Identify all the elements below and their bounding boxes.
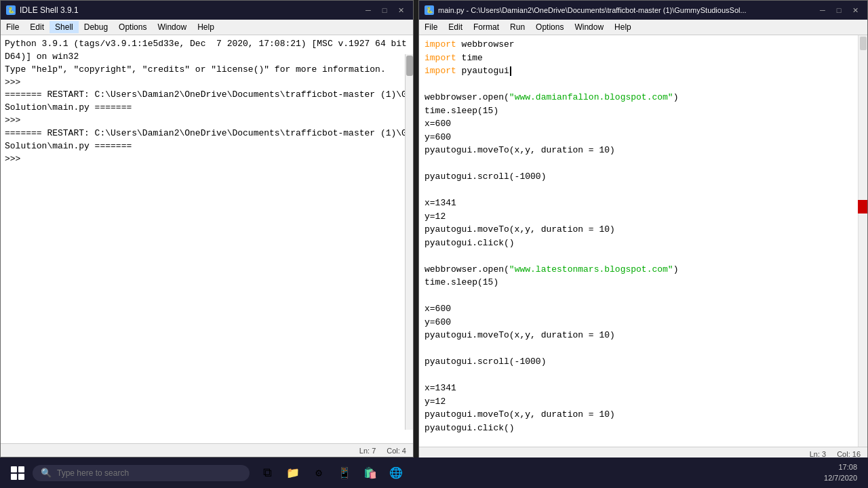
- taskbar-pinned-items: ⧉ 📁 ⚙ 📱 🛍️ 🌐: [255, 461, 408, 485]
- editor-window-controls: ─ □ ✕: [816, 5, 862, 16]
- editor-titlebar-left: 🐍 main.py - C:\Users\Damian2\OneDrive\Do…: [425, 5, 747, 15]
- windows-logo: [11, 466, 24, 480]
- editor-titlebar: 🐍 main.py - C:\Users\Damian2\OneDrive\Do…: [419, 1, 867, 20]
- editor-col: Col: 16: [837, 450, 861, 458]
- editor-menu-edit[interactable]: Edit: [443, 21, 468, 33]
- editor-menubar: File Edit Format Run Options Window Help: [419, 20, 867, 35]
- editor-scroll-thumb[interactable]: [860, 37, 867, 50]
- taskbar-search[interactable]: 🔍: [33, 465, 250, 481]
- editor-minimize-button[interactable]: ─: [816, 5, 829, 16]
- code-line-2: import: [425, 53, 456, 63]
- menu-edit[interactable]: Edit: [24, 21, 50, 33]
- code-line-1b: webbrowser: [456, 39, 515, 49]
- store-taskbar[interactable]: 🛍️: [358, 461, 382, 485]
- editor-menu-file[interactable]: File: [419, 21, 443, 33]
- editor-maximize-button[interactable]: □: [832, 5, 846, 16]
- menu-file[interactable]: File: [1, 21, 24, 33]
- error-mark: [858, 200, 867, 214]
- code-line-4c: ) time.sleep(15) x=600 y=600 pyautogui.m…: [425, 92, 678, 274]
- clock-date: 12/7/2020: [824, 473, 857, 483]
- titlebar-left: 🐍 IDLE Shell 3.9.1: [6, 5, 79, 15]
- editor-icon: 🐍: [425, 5, 434, 15]
- editor-content-area[interactable]: import webbrowser import time import pya…: [419, 35, 867, 447]
- editor-menu-format[interactable]: Format: [468, 21, 505, 33]
- code-line-1: import: [425, 39, 456, 49]
- minimize-button[interactable]: ─: [361, 5, 375, 16]
- editor-ln: Ln: 3: [810, 450, 826, 458]
- code-line-2b: time: [456, 53, 483, 63]
- idle-title: IDLE Shell 3.9.1: [20, 5, 79, 15]
- menu-debug[interactable]: Debug: [79, 21, 113, 33]
- maximize-button[interactable]: □: [378, 5, 391, 16]
- menu-window[interactable]: Window: [152, 21, 192, 33]
- taskbar-right-area: 17:08 12/7/2020: [824, 462, 863, 483]
- editor-menu-options[interactable]: Options: [530, 21, 569, 33]
- idle-ln: Ln: 7: [359, 447, 376, 455]
- shell-scrollbar[interactable]: [405, 54, 413, 430]
- settings-taskbar[interactable]: ⚙: [307, 461, 331, 485]
- close-button[interactable]: ✕: [394, 5, 408, 16]
- idle-window-controls: ─ □ ✕: [361, 5, 408, 16]
- clock-time: 17:08: [824, 462, 857, 472]
- editor-title: main.py - C:\Users\Damian2\OneDrive\Docu…: [438, 6, 747, 14]
- start-button[interactable]: [5, 461, 30, 485]
- task-view-button[interactable]: ⧉: [255, 461, 279, 485]
- code-editor[interactable]: import webbrowser import time import pya…: [419, 35, 867, 437]
- cursor-caret: [510, 66, 511, 76]
- code-line-3b: pyautogui: [456, 66, 509, 76]
- idle-titlebar: 🐍 IDLE Shell 3.9.1 ─ □ ✕: [1, 1, 413, 20]
- editor-scrollbar[interactable]: [858, 35, 867, 447]
- idle-icon: 🐍: [6, 5, 16, 15]
- idle-menubar: File Edit Shell Debug Options Window Hel…: [1, 20, 413, 35]
- idle-shell-window: 🐍 IDLE Shell 3.9.1 ─ □ ✕ File Edit Shell…: [0, 0, 414, 458]
- system-clock: 17:08 12/7/2020: [824, 462, 857, 483]
- code-line-3: import: [425, 66, 456, 76]
- code-line-end: ) time.sleep(15) x=600 y=600 pyautogui.m…: [425, 264, 678, 433]
- editor-menu-window[interactable]: Window: [569, 21, 609, 33]
- code-string-2: "www.latestonmars.blogspot.com": [509, 264, 673, 274]
- menu-shell[interactable]: Shell: [50, 21, 79, 33]
- editor-window: 🐍 main.py - C:\Users\Damian2\OneDrive\Do…: [418, 0, 868, 461]
- search-input[interactable]: [57, 468, 233, 478]
- code-line-4b: webbrowser.open(: [425, 92, 509, 102]
- editor-menu-help[interactable]: Help: [609, 21, 637, 33]
- shell-content[interactable]: Python 3.9.1 (tags/v3.9.1:1e5d33e, Dec 7…: [1, 35, 413, 443]
- idle-statusbar: Ln: 7 Col: 4: [1, 443, 413, 457]
- shell-output: Python 3.9.1 (tags/v3.9.1:1e5d33e, Dec 7…: [5, 38, 409, 165]
- search-icon: 🔍: [41, 468, 52, 479]
- editor-close-button[interactable]: ✕: [848, 5, 862, 16]
- scroll-thumb[interactable]: [406, 56, 413, 76]
- idle-col: Col: 4: [387, 447, 406, 455]
- phone-link-taskbar[interactable]: 📱: [332, 461, 357, 485]
- menu-options[interactable]: Options: [113, 21, 152, 33]
- editor-menu-run[interactable]: Run: [505, 21, 530, 33]
- taskbar: 🔍 ⧉ 📁 ⚙ 📱 🛍️ 🌐 17:08 12/7/2020: [0, 458, 868, 488]
- browser-taskbar[interactable]: 🌐: [384, 461, 408, 485]
- code-string-1: "www.damianfallon.blogspot.com": [509, 92, 673, 102]
- menu-help[interactable]: Help: [192, 21, 220, 33]
- file-explorer-taskbar[interactable]: 📁: [281, 461, 305, 485]
